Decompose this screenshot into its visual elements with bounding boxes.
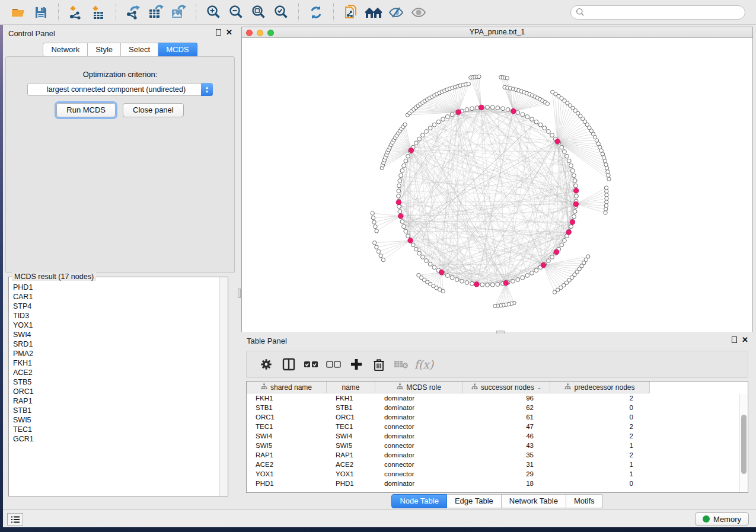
network-node[interactable] bbox=[534, 268, 538, 273]
close-panel-button[interactable]: Close panel bbox=[123, 103, 184, 117]
result-node-item[interactable]: YOX1 bbox=[9, 321, 219, 330]
network-leaf-node[interactable] bbox=[603, 159, 607, 163]
result-node-item[interactable]: PHD1 bbox=[9, 283, 219, 292]
network-node[interactable] bbox=[465, 281, 469, 285]
network-node[interactable] bbox=[428, 262, 432, 267]
network-document-button[interactable] bbox=[340, 2, 362, 23]
table-row[interactable]: ORC1ORC1dominator610 bbox=[247, 412, 748, 422]
network-node[interactable] bbox=[404, 229, 408, 233]
table-row[interactable]: RAP1RAP1dominator352 bbox=[247, 450, 748, 460]
network-node[interactable] bbox=[402, 225, 406, 229]
window-maximize-icon[interactable] bbox=[267, 30, 274, 36]
network-leaf-node[interactable] bbox=[379, 254, 382, 258]
zoom-out-button[interactable] bbox=[225, 2, 247, 23]
result-node-item[interactable]: ORC1 bbox=[9, 387, 219, 396]
network-node[interactable] bbox=[534, 120, 538, 124]
dominator-node[interactable] bbox=[396, 200, 401, 205]
network-window-titlebar[interactable]: YPA_prune.txt_1 bbox=[242, 27, 752, 38]
network-leaf-node[interactable] bbox=[604, 207, 608, 211]
dominator-node[interactable] bbox=[566, 230, 572, 235]
network-leaf-node[interactable] bbox=[602, 156, 605, 159]
zoom-selected-button[interactable] bbox=[270, 2, 292, 23]
network-leaf-node[interactable] bbox=[546, 102, 549, 105]
network-node[interactable] bbox=[399, 174, 403, 178]
result-node-item[interactable]: GCR1 bbox=[9, 434, 219, 444]
column-panel-button[interactable] bbox=[277, 353, 300, 376]
network-node[interactable] bbox=[425, 130, 429, 134]
dominator-node[interactable] bbox=[554, 249, 559, 255]
zoom-fit-button[interactable] bbox=[247, 2, 270, 23]
dominator-node[interactable] bbox=[570, 220, 575, 225]
network-leaf-node[interactable] bbox=[375, 229, 378, 233]
network-leaf-node[interactable] bbox=[607, 174, 610, 177]
network-leaf-node[interactable] bbox=[605, 197, 608, 200]
network-leaf-node[interactable] bbox=[605, 200, 608, 204]
result-node-item[interactable]: RAP1 bbox=[9, 396, 219, 406]
network-node[interactable] bbox=[521, 275, 525, 280]
node-table[interactable]: shared namenameMCDS rolesuccessor nodes⌄… bbox=[246, 381, 748, 493]
network-node[interactable] bbox=[397, 184, 401, 188]
delete-column-button[interactable] bbox=[368, 353, 390, 376]
network-node[interactable] bbox=[455, 278, 459, 282]
network-leaf-node[interactable] bbox=[377, 249, 380, 253]
float-panel-icon[interactable] bbox=[216, 29, 221, 36]
network-node[interactable] bbox=[538, 123, 543, 127]
table-row[interactable]: FKH1FKH1dominator962 bbox=[247, 393, 748, 403]
table-row[interactable]: SWI5SWI5connector431 bbox=[247, 441, 748, 450]
network-leaf-node[interactable] bbox=[604, 204, 608, 207]
network-node[interactable] bbox=[397, 194, 401, 198]
result-node-item[interactable]: TID3 bbox=[9, 311, 219, 321]
result-node-item[interactable]: STB1 bbox=[9, 406, 219, 415]
dominator-node[interactable] bbox=[511, 108, 516, 114]
result-node-item[interactable]: CAR1 bbox=[9, 292, 219, 302]
search-field[interactable] bbox=[570, 5, 745, 20]
table-row[interactable]: PHD1PHD1dominator180 bbox=[247, 479, 748, 488]
network-node[interactable] bbox=[490, 105, 495, 110]
network-node[interactable] bbox=[425, 259, 429, 263]
tab-style[interactable]: Style bbox=[88, 43, 121, 57]
result-node-item[interactable]: PMA2 bbox=[9, 349, 219, 358]
import-table-button[interactable] bbox=[87, 2, 110, 23]
first-neighbors-button[interactable] bbox=[362, 2, 385, 23]
result-node-item[interactable]: SRD1 bbox=[9, 339, 219, 349]
table-row[interactable]: STB1STB1dominator620 bbox=[247, 403, 748, 412]
network-leaf-node[interactable] bbox=[374, 225, 377, 228]
select-all-button[interactable] bbox=[300, 353, 323, 376]
network-node[interactable] bbox=[411, 243, 415, 247]
network-node[interactable] bbox=[543, 126, 547, 130]
network-node[interactable] bbox=[417, 251, 422, 255]
network-node[interactable] bbox=[470, 281, 474, 286]
network-node[interactable] bbox=[516, 278, 520, 282]
add-column-button[interactable] bbox=[345, 353, 368, 376]
dominator-node[interactable] bbox=[479, 105, 484, 110]
network-node[interactable] bbox=[414, 141, 418, 145]
vertical-splitter[interactable] bbox=[237, 26, 241, 332]
window-close-icon[interactable] bbox=[246, 30, 253, 36]
result-node-item[interactable]: TEC1 bbox=[9, 425, 219, 434]
result-node-item[interactable]: STP4 bbox=[9, 302, 219, 311]
network-leaf-node[interactable] bbox=[371, 216, 375, 219]
export-image-button[interactable] bbox=[167, 2, 190, 23]
network-node[interactable] bbox=[563, 239, 567, 243]
network-leaf-node[interactable] bbox=[607, 177, 611, 181]
network-node[interactable] bbox=[480, 283, 484, 287]
column-header-shared-name[interactable]: shared name bbox=[247, 382, 327, 393]
result-list-scrollbar[interactable] bbox=[219, 277, 228, 496]
table-row[interactable]: ACE2ACE2connector311 bbox=[247, 460, 748, 469]
network-node[interactable] bbox=[490, 283, 495, 287]
network-node[interactable] bbox=[441, 117, 445, 121]
network-node[interactable] bbox=[406, 154, 410, 158]
network-leaf-node[interactable] bbox=[477, 75, 481, 78]
network-node[interactable] bbox=[486, 105, 490, 110]
result-node-item[interactable]: SWI4 bbox=[9, 330, 219, 339]
zoom-in-button[interactable] bbox=[202, 2, 225, 23]
network-node[interactable] bbox=[572, 174, 576, 178]
network-node[interactable] bbox=[428, 126, 432, 130]
network-node[interactable] bbox=[400, 220, 404, 224]
task-history-button[interactable] bbox=[7, 513, 23, 525]
memory-button[interactable]: Memory bbox=[695, 512, 749, 525]
network-node[interactable] bbox=[569, 164, 573, 168]
refresh-layout-button[interactable] bbox=[305, 2, 327, 23]
network-leaf-node[interactable] bbox=[403, 123, 407, 126]
network-leaf-node[interactable] bbox=[605, 166, 608, 170]
